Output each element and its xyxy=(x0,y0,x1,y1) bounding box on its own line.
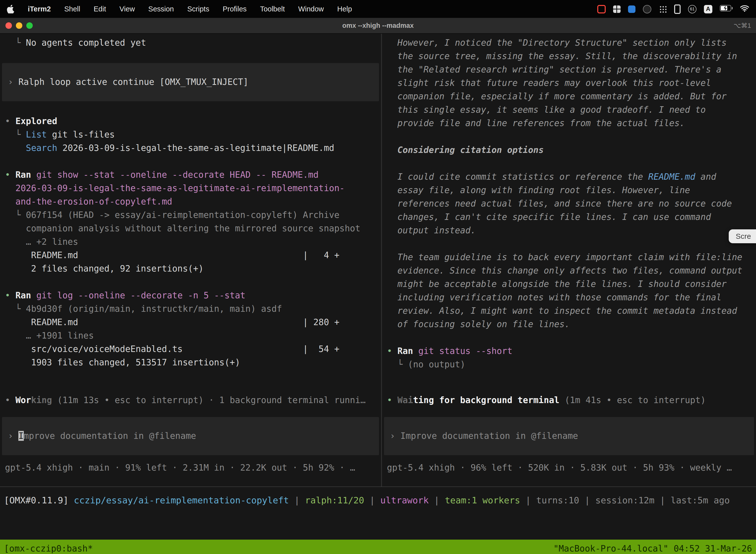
terminal-line: review. Also, I might want to inspect th… xyxy=(387,304,751,318)
terminal-text-segment: 2 files changed, 92 insertions(+) xyxy=(5,264,204,274)
terminal-text-segment: provide file and line references from th… xyxy=(387,118,685,128)
terminal-text-segment: … +1901 lines xyxy=(5,331,94,340)
tmux-host-clock: "MacBook-Pro-44.local" 04:52 31-Mar-26 xyxy=(553,544,752,554)
tmux-session-label: [omx-cczip0:bash* xyxy=(4,544,93,554)
menu-bar-status-icons: 61 A xyxy=(597,4,749,14)
terminal-text-segment: | xyxy=(289,495,305,505)
terminal-text-segment: README.md | 280 + xyxy=(5,317,339,327)
terminal-text-segment: ting for background terminal xyxy=(413,395,559,405)
blue-app-icon[interactable] xyxy=(628,5,635,13)
terminal-line: references need actual files, and since … xyxy=(387,197,751,211)
dark-app-icon[interactable] xyxy=(643,5,651,13)
screen-share-overlay-button[interactable]: Scre xyxy=(729,229,756,243)
menu-item-edit[interactable]: Edit xyxy=(93,5,106,13)
terminal-text-segment xyxy=(31,290,36,300)
prompt-input[interactable]: › Improve documentation in @filename xyxy=(384,417,754,455)
apple-logo-icon xyxy=(7,4,14,13)
terminal-text-segment: 067f154 (HEAD -> essay/ai-reimplementati… xyxy=(26,210,339,220)
terminal-text-segment: git status --short xyxy=(418,346,512,356)
terminal-line: README.md | 4 + xyxy=(5,249,376,262)
terminal-text-segment: src/voice/voiceModeEnabled.ts | 54 + xyxy=(5,344,339,354)
recording-stop-icon[interactable] xyxy=(597,5,606,13)
terminal-line: The team guideline is to back every impo… xyxy=(387,251,751,264)
terminal-line: • Ran git status --short xyxy=(387,344,751,358)
terminal-text-segment: the "Related research writing" section i… xyxy=(387,64,721,74)
menu-item-view[interactable]: View xyxy=(119,5,135,13)
terminal-text-segment: review. Also, I might want to inspect th… xyxy=(387,306,737,316)
model-status-line: gpt-5.4 xhigh · main · 91% left · 2.31M … xyxy=(5,461,376,475)
terminal-line: 1903 files changed, 513517 insertions(+) xyxy=(5,356,376,369)
terminal-text-segment: Considering citation options xyxy=(387,145,544,155)
terminal-line: └ List git ls-files xyxy=(5,128,376,142)
terminal-text-segment: … +2 lines xyxy=(5,237,78,247)
terminal-text-segment: Wai xyxy=(397,395,413,405)
phone-icon[interactable] xyxy=(674,4,681,14)
terminal-line: of focusing solely on file lines. xyxy=(387,318,751,331)
menu-bar-left: iTerm2 Shell Edit View Session Scripts P… xyxy=(7,4,352,13)
flex-spacer xyxy=(387,371,751,394)
close-button[interactable] xyxy=(5,22,12,29)
terminal-text-segment: output instead. xyxy=(387,225,476,235)
terminal-text-segment: Ran xyxy=(15,290,31,300)
input-source-a-icon[interactable]: A xyxy=(704,5,712,13)
terminal-text-segment xyxy=(5,183,15,193)
terminal-text-segment: • xyxy=(5,170,15,180)
terminal-line: • Explored xyxy=(5,115,376,128)
terminal-line: essay file, along with finding root file… xyxy=(387,184,751,197)
menu-item-window[interactable]: Window xyxy=(298,5,324,13)
battery-percentage-badge[interactable]: 61 xyxy=(688,5,696,13)
terminal-text-segment: 1903 files changed, 513517 insertions(+) xyxy=(5,357,240,367)
reasoning-heading: Considering citation options xyxy=(387,144,751,157)
terminal-text-segment: companion file, especially if more comme… xyxy=(387,91,727,101)
menu-item-iterm2[interactable]: iTerm2 xyxy=(28,5,51,13)
waiting-status-line: • Waiting for background terminal (1m 41… xyxy=(387,394,751,407)
terminal-text-segment: king xyxy=(31,395,52,405)
terminal-line: src/voice/voiceModeEnabled.ts | 54 + xyxy=(5,342,376,356)
terminal-text-segment: | xyxy=(520,495,536,505)
terminal-text-segment: gpt-5.4 xhigh · 96% left · 520K in · 5.8… xyxy=(387,463,732,473)
tiles-icon[interactable] xyxy=(613,5,621,13)
app-grid-icon[interactable] xyxy=(659,5,667,13)
terminal-text-segment: › xyxy=(390,431,400,441)
menu-item-session[interactable]: Session xyxy=(148,5,174,13)
minimize-button[interactable] xyxy=(16,22,22,29)
blank-line xyxy=(5,276,376,289)
menu-item-scripts[interactable]: Scripts xyxy=(187,5,209,13)
terminal-line: including verification notes with those … xyxy=(387,291,751,304)
prompt-input[interactable]: › Improve documentation in @filename xyxy=(2,417,379,455)
menu-item-toolbelt[interactable]: Toolbelt xyxy=(260,5,285,13)
prompt-input: › Improve documentation in @filename xyxy=(8,429,373,443)
terminal-text-segment: turns:10 xyxy=(536,495,579,505)
left-pane[interactable]: └ No agents completed yet› Ralph loop ac… xyxy=(0,34,381,487)
terminal-line: └ 4b9d30f (origin/main, instructkr/main,… xyxy=(5,302,376,316)
terminal-text-segment: README.md xyxy=(648,172,695,182)
terminal-line: this single essay, it seems like a good … xyxy=(387,103,751,117)
terminal-text-segment: companion analysis without altering the … xyxy=(5,223,360,233)
menu-item-profiles[interactable]: Profiles xyxy=(223,5,247,13)
ralph-loop-banner: › Ralph loop active continue [OMX_TMUX_I… xyxy=(8,75,373,89)
terminal-text-segment: | xyxy=(579,495,595,505)
terminal-line: └ (no output) xyxy=(387,358,751,371)
right-pane[interactable]: However, I noticed the "Directory Struct… xyxy=(382,34,756,487)
battery-icon[interactable] xyxy=(720,5,733,13)
menu-item-help[interactable]: Help xyxy=(337,5,352,13)
terminal-text-segment: └ xyxy=(5,38,26,48)
menu-item-shell[interactable]: Shell xyxy=(64,5,80,13)
terminal-text-segment: last:5m ago xyxy=(671,495,730,505)
apple-menu[interactable] xyxy=(7,4,14,13)
terminal-text-segment: gpt-5.4 xhigh · main · 91% left · 2.31M … xyxy=(5,463,355,473)
terminal-text-segment: Wor xyxy=(15,395,31,405)
terminal-line: … +2 lines xyxy=(5,235,376,249)
terminal-text-segment: • xyxy=(5,395,15,405)
terminal-text-segment: 2026-03-09-is-legal-the-same-as-legitima… xyxy=(57,143,334,153)
terminal-text-segment: cczip/essay/ai-reimplementation-copyleft xyxy=(74,495,289,505)
terminal-text-segment: However, I noticed the "Directory Struct… xyxy=(387,38,727,48)
terminal-text-segment: of focusing solely on file lines. xyxy=(387,319,570,329)
zoom-button[interactable] xyxy=(26,22,33,29)
terminal-text-segment: [OMX#0.11.9] xyxy=(4,495,74,505)
terminal-text-segment: › xyxy=(8,431,18,441)
terminal-line: Search 2026-03-09-is-legal-the-same-as-l… xyxy=(5,142,376,155)
terminal-text-segment: › xyxy=(8,77,18,87)
wifi-icon[interactable] xyxy=(740,5,749,13)
terminal-text-segment: No agents completed yet xyxy=(26,38,146,48)
